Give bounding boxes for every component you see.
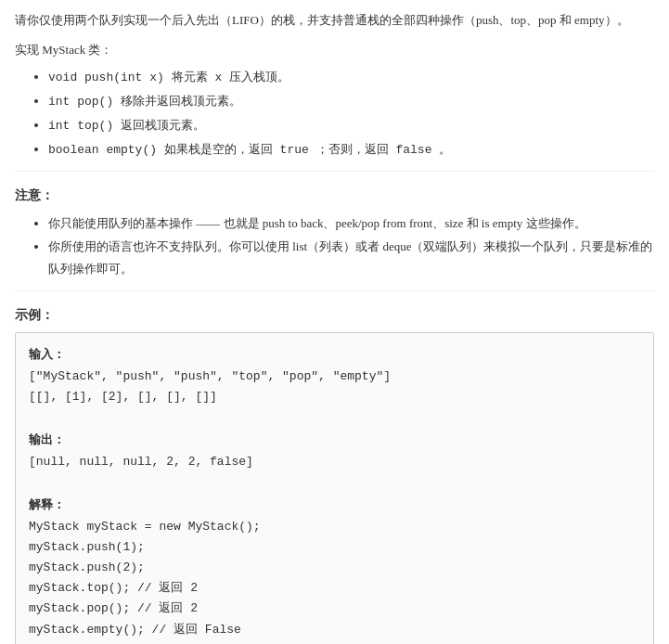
explain-line0: MyStack myStack = new MyStack(); <box>29 517 640 537</box>
example-title: 示例： <box>15 304 654 327</box>
divider2 <box>15 290 654 291</box>
divider <box>15 171 654 172</box>
explain-line5: myStack.empty(); // 返回 False <box>29 620 640 640</box>
list-item: int top() 返回栈顶元素。 <box>48 114 654 138</box>
notes-title: 注意： <box>15 185 654 207</box>
input-line1: ["MyStack", "push", "push", "top", "pop"… <box>29 367 640 387</box>
list-item: 你所使用的语言也许不支持队列。你可以使用 list（列表）或者 deque（双端… <box>48 236 654 281</box>
intro-line1: 请你仅使用两个队列实现一个后入先出（LIFO）的栈，并支持普通栈的全部四种操作（… <box>15 9 654 31</box>
intro-line2: 实现 MyStack 类： <box>15 40 654 60</box>
list-item: 你只能使用队列的基本操作 —— 也就是 push to back、peek/po… <box>48 213 654 236</box>
explain-line3: myStack.top(); // 返回 2 <box>29 578 640 599</box>
input-label: 输入： <box>29 344 640 365</box>
notes-list: 你只能使用队列的基本操作 —— 也就是 push to back、peek/po… <box>15 213 654 281</box>
explain-label: 解释： <box>29 495 640 515</box>
explain-line1: myStack.push(1); <box>29 537 640 558</box>
output-label: 输出： <box>29 430 640 450</box>
list-item: boolean empty() 如果栈是空的，返回 true ；否则，返回 fa… <box>48 138 654 162</box>
explain-line4: myStack.pop(); // 返回 2 <box>29 599 640 619</box>
output-line: [null, null, null, 2, 2, false] <box>29 452 640 472</box>
list-item: void push(int x) 将元素 x 压入栈顶。 <box>48 66 654 90</box>
input-line2: [[], [1], [2], [], [], []] <box>29 387 640 407</box>
list-item: int pop() 移除并返回栈顶元素。 <box>48 90 654 114</box>
explain-line2: myStack.push(2); <box>29 558 640 578</box>
method-list: void push(int x) 将元素 x 压入栈顶。 int pop() 移… <box>15 66 654 161</box>
example-box: 输入： ["MyStack", "push", "push", "top", "… <box>15 332 654 644</box>
